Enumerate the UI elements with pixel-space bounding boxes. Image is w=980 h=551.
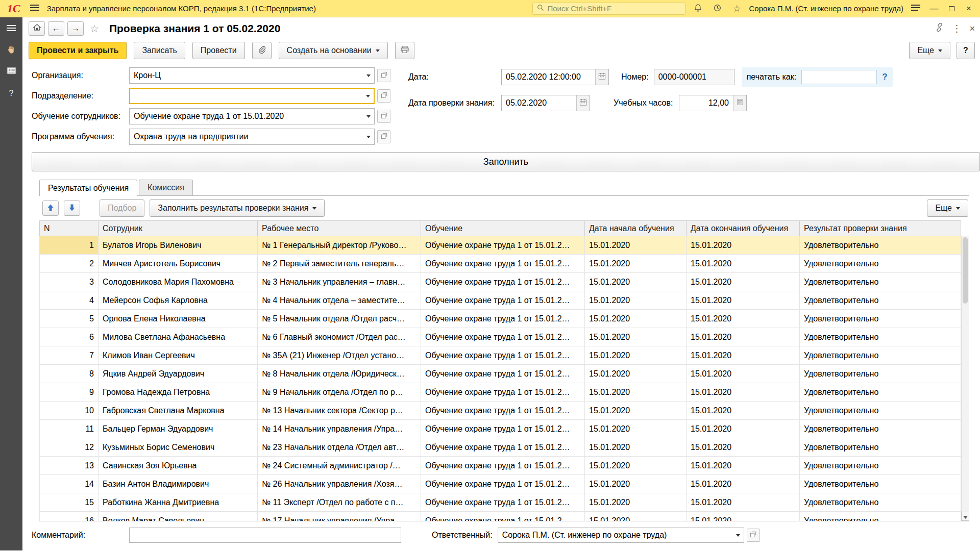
global-search[interactable]	[532, 3, 685, 15]
cell-training[interactable]: Обучение охране труда 1 от 15.01.2…	[421, 383, 585, 402]
cell-workplace[interactable]: № 9 Начальник отдела /Отдел по р…	[258, 383, 421, 402]
move-down-button[interactable]	[64, 201, 80, 216]
close-form-button[interactable]: ×	[969, 23, 975, 34]
date-field[interactable]	[501, 69, 609, 85]
cell-training[interactable]: Обучение охране труда 1 от 15.01.2…	[421, 438, 585, 457]
cell-start-date[interactable]: 15.01.2020	[585, 475, 687, 493]
cell-training[interactable]: Обучение охране труда 1 от 15.01.2…	[421, 365, 585, 383]
table-row[interactable]: 4Мейерсон Софья Карловна№ 4 Начальник от…	[40, 291, 961, 310]
cell-employee[interactable]: Булатов Игорь Виленович	[99, 236, 258, 255]
sections-menu-button[interactable]	[4, 22, 19, 36]
print-as-field[interactable]	[801, 70, 877, 84]
cell-result[interactable]: Удовлетворительно	[800, 273, 961, 291]
calculator-button[interactable]	[733, 95, 746, 111]
hours-input[interactable]	[679, 98, 733, 108]
cell-end-date[interactable]: 15.01.2020	[687, 291, 800, 310]
dropdown-button[interactable]	[363, 68, 374, 83]
vertical-scrollbar[interactable]	[961, 236, 969, 521]
department-open-button[interactable]	[377, 89, 390, 103]
cell-end-date[interactable]: 15.01.2020	[687, 457, 800, 475]
functions-menu-button[interactable]	[909, 2, 923, 15]
cell-result[interactable]: Удовлетворительно	[800, 383, 961, 402]
program-open-button[interactable]	[377, 130, 390, 143]
table-row[interactable]: 5Орлова Елена Николаевна№ 5 Начальник от…	[40, 310, 961, 328]
cell-workplace[interactable]: № 26 Начальник управления /Хозя…	[258, 475, 421, 493]
cell-end-date[interactable]: 15.01.2020	[687, 328, 800, 346]
table-row[interactable]: 3Солодовникова Мария Пахомовна№ 3 Началь…	[40, 273, 961, 291]
responsible-open-button[interactable]	[747, 529, 760, 542]
table-row[interactable]: 1Булатов Игорь Виленович№ 1 Генеральный …	[40, 236, 961, 255]
dropdown-button[interactable]	[732, 528, 744, 542]
col-header-workplace[interactable]: Рабочее место	[258, 221, 421, 236]
sidebar-help-button[interactable]: ?	[4, 87, 19, 100]
cell-workplace[interactable]: № 5 Начальник отдела /Отдел расч…	[258, 310, 421, 328]
tab-commission[interactable]: Комиссия	[139, 180, 193, 195]
cell-workplace[interactable]: № 2 Первый заместитель генераль…	[258, 255, 421, 273]
cell-training[interactable]: Обучение охране труда 1 от 15.01.2…	[421, 457, 585, 475]
print-button[interactable]	[395, 42, 414, 59]
cell-n[interactable]: 3	[40, 273, 99, 291]
cell-workplace[interactable]: № 3 Начальник управления – главн…	[258, 273, 421, 291]
cell-n[interactable]: 4	[40, 291, 99, 310]
col-header-n[interactable]: N	[40, 221, 99, 236]
cell-workplace[interactable]: № 35А (21) Инженер /Отдел устано…	[258, 346, 421, 365]
cell-workplace[interactable]: № 23 Начальник отдела /Отдел авт…	[258, 438, 421, 457]
notifications-button[interactable]	[691, 2, 705, 15]
cell-n[interactable]: 15	[40, 493, 99, 512]
cell-result[interactable]: Удовлетворительно	[800, 291, 961, 310]
cell-training[interactable]: Обучение охране труда 1 от 15.01.2…	[421, 255, 585, 273]
cell-employee[interactable]: Милова Светлана Афанасьевна	[99, 328, 258, 346]
cell-n[interactable]: 2	[40, 255, 99, 273]
close-window-button[interactable]: ×	[963, 3, 975, 15]
cell-result[interactable]: Удовлетворительно	[800, 475, 961, 493]
department-input[interactable]	[130, 91, 362, 101]
cell-n[interactable]: 9	[40, 383, 99, 402]
cell-result[interactable]: Удовлетворительно	[800, 512, 961, 522]
cell-result[interactable]: Удовлетворительно	[800, 236, 961, 255]
cell-workplace[interactable]: № 4 Начальник отдела – заместите…	[258, 291, 421, 310]
col-header-start-date[interactable]: Дата начала обучения	[585, 221, 687, 236]
dropdown-button[interactable]	[363, 129, 374, 144]
cell-result[interactable]: Удовлетворительно	[800, 255, 961, 273]
cell-employee[interactable]: Бальцер Герман Эдуардович	[99, 420, 258, 438]
organization-field[interactable]	[129, 67, 375, 84]
main-menu-button[interactable]	[28, 2, 42, 15]
fill-results-button[interactable]: Заполнить результаты проверки знания	[150, 199, 325, 217]
cell-end-date[interactable]: 15.01.2020	[687, 512, 800, 522]
cell-end-date[interactable]: 15.01.2020	[687, 255, 800, 273]
table-row[interactable]: 10Габровская Светлана Марковна№ 13 Начал…	[40, 402, 961, 420]
cell-workplace[interactable]: № 13 Начальник сектора /Сектор р…	[258, 402, 421, 420]
table-row[interactable]: 11Бальцер Герман Эдуардович№ 14 Начальни…	[40, 420, 961, 438]
cell-end-date[interactable]: 15.01.2020	[687, 365, 800, 383]
table-row[interactable]: 6Милова Светлана Афанасьевна№ 6 Главный …	[40, 328, 961, 346]
cell-start-date[interactable]: 15.01.2020	[585, 310, 687, 328]
cell-training[interactable]: Обучение охране труда 1 от 15.01.2…	[421, 512, 585, 522]
table-more-button[interactable]: Еще	[927, 199, 968, 217]
col-header-training[interactable]: Обучение	[421, 221, 585, 236]
cell-employee[interactable]: Климов Иван Сергеевич	[99, 346, 258, 365]
cell-start-date[interactable]: 15.01.2020	[585, 457, 687, 475]
minimize-button[interactable]: —	[928, 3, 940, 15]
cell-end-date[interactable]: 15.01.2020	[687, 402, 800, 420]
table-row[interactable]: 8Яцкив Андрей Эдуардович№ 8 Начальник от…	[40, 365, 961, 383]
tab-training-results[interactable]: Результаты обучения	[39, 180, 137, 196]
cell-employee[interactable]: Савинская Зоя Юрьевна	[99, 457, 258, 475]
number-input[interactable]	[654, 72, 734, 82]
calendar-button[interactable]	[576, 95, 590, 111]
more-button[interactable]: Еще	[909, 42, 950, 59]
cell-training[interactable]: Обучение охране труда 1 от 15.01.2…	[421, 420, 585, 438]
cell-employee[interactable]: Волков Марат Савельевич	[99, 512, 258, 522]
training-input[interactable]	[130, 112, 363, 121]
window-menu-button[interactable]: ⋮	[952, 23, 961, 34]
cell-start-date[interactable]: 15.01.2020	[585, 383, 687, 402]
cell-result[interactable]: Удовлетворительно	[800, 346, 961, 365]
cell-result[interactable]: Удовлетворительно	[800, 420, 961, 438]
organization-input[interactable]	[130, 71, 363, 80]
cell-training[interactable]: Обучение охране труда 1 от 15.01.2…	[421, 493, 585, 512]
table-row[interactable]: 7Климов Иван Сергеевич№ 35А (21) Инженер…	[40, 346, 961, 365]
cell-training[interactable]: Обучение охране труда 1 от 15.01.2…	[421, 475, 585, 493]
cell-end-date[interactable]: 15.01.2020	[687, 346, 800, 365]
cell-start-date[interactable]: 15.01.2020	[585, 438, 687, 457]
cell-employee[interactable]: Солодовникова Мария Пахомовна	[99, 273, 258, 291]
help-button[interactable]: ?	[957, 42, 975, 59]
